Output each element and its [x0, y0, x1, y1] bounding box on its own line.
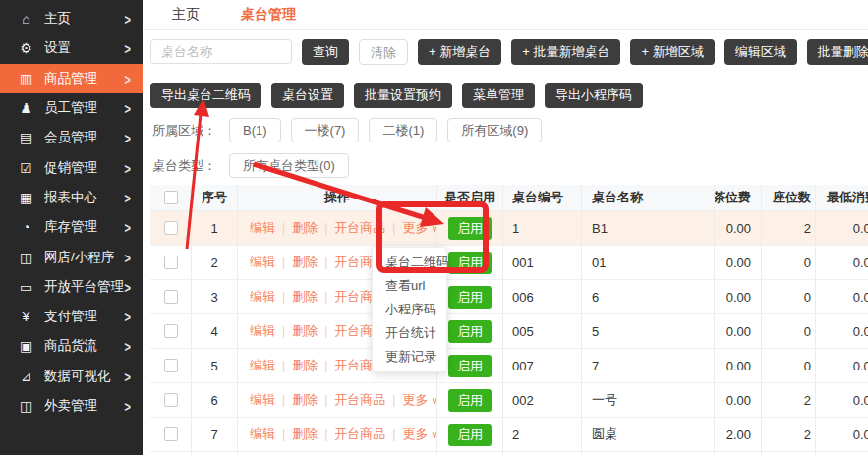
delete-link[interactable]: 删除: [292, 254, 318, 271]
table-name-search-input[interactable]: [150, 39, 292, 64]
delete-link[interactable]: 删除: [292, 357, 318, 374]
area-option-chip[interactable]: 二楼(1): [369, 118, 437, 142]
more-link[interactable]: 更多∨: [402, 219, 437, 237]
seats-cell: 0: [762, 280, 816, 313]
sidebar-item[interactable]: ▥ 商品管理 >: [0, 64, 143, 93]
row-actions: 编辑| 删除| 开台商品| 更多∨: [238, 211, 437, 245]
edit-link[interactable]: 编辑: [250, 219, 275, 237]
dropdown-menu-item[interactable]: 开台统计: [373, 321, 446, 345]
toolbar-button[interactable]: 编辑区域: [724, 39, 797, 65]
enable-button[interactable]: 启用: [448, 286, 492, 309]
edit-link[interactable]: 编辑: [250, 322, 275, 340]
edit-link[interactable]: 编辑: [250, 254, 275, 271]
area-filter-row: 所属区域： B(1)一楼(7)二楼(1)所有区域(9): [152, 118, 542, 142]
area-option-chip[interactable]: 一楼(7): [291, 118, 360, 142]
header-index: 序号: [192, 185, 238, 210]
tables-data-table: 序号 操作 是否启用 桌台编号 桌台名称 茶位费 座位数 最低消费 1 编辑| …: [150, 185, 868, 455]
promo-check-icon: ☑: [18, 160, 34, 176]
row-checkbox[interactable]: [164, 256, 178, 269]
toolbar-button[interactable]: 导出小程序码: [545, 83, 643, 108]
sidebar-item[interactable]: ¥ 支付管理 >: [0, 302, 143, 331]
delete-link[interactable]: 删除: [292, 426, 318, 443]
enable-button[interactable]: 启用: [448, 217, 492, 240]
area-option-chip[interactable]: B(1): [229, 118, 281, 142]
row-checkbox[interactable]: [164, 324, 178, 338]
sidebar-item[interactable]: ◫ 网店/小程序 >: [0, 242, 143, 271]
enable-button[interactable]: 启用: [448, 320, 492, 343]
table-name-cell: 6: [582, 280, 715, 313]
takeout-shop-icon: ◫: [18, 398, 34, 414]
open-table-goods-link[interactable]: 开台商品: [334, 391, 385, 409]
sidebar-item[interactable]: ⌂ 主页 >: [0, 4, 143, 33]
tab-bar: 主页桌台管理: [143, 0, 868, 30]
page-tab[interactable]: 主页: [172, 6, 200, 24]
toolbar-button[interactable]: + 批量新增桌台: [511, 39, 620, 65]
edit-link[interactable]: 编辑: [250, 288, 275, 306]
open-table-goods-link[interactable]: 开台商品: [334, 426, 385, 443]
tea-fee-cell: 0.00: [715, 349, 762, 382]
row-checkbox[interactable]: [164, 359, 178, 372]
enable-button[interactable]: 启用: [448, 389, 492, 412]
sidebar-item[interactable]: ⊿ 数据可视化 >: [0, 362, 143, 391]
sidebar-item[interactable]: ◔ 库存管理 >: [0, 212, 143, 242]
toolbar-button[interactable]: 查询: [302, 39, 349, 65]
sidebar-item[interactable]: ◫ 外卖管理 >: [0, 391, 143, 421]
sidebar-item-label: 商品货流: [44, 337, 125, 355]
sidebar-item[interactable]: ☑ 促销管理 >: [0, 152, 143, 182]
chevron-right-icon: >: [125, 398, 131, 415]
edit-link[interactable]: 编辑: [250, 426, 275, 443]
toolbar-button[interactable]: 批量设置预约: [354, 83, 452, 108]
toolbar-button[interactable]: + 新增桌台: [418, 39, 501, 65]
dropdown-menu-item[interactable]: 查看url: [373, 274, 446, 298]
tea-fee-cell: 0.00: [715, 280, 762, 313]
toolbar-button[interactable]: 清除: [359, 39, 408, 65]
row-checkbox[interactable]: [164, 221, 178, 235]
caret-down-icon: ∨: [431, 429, 437, 440]
sidebar-item[interactable]: ▤ 会员管理 >: [0, 123, 143, 152]
table-code-cell: 007: [503, 349, 582, 382]
toolbar-button[interactable]: 桌台设置: [271, 83, 344, 108]
chevron-right-icon: >: [125, 309, 131, 325]
select-all-checkbox[interactable]: [164, 191, 178, 204]
delete-link[interactable]: 删除: [292, 322, 318, 340]
row-checkbox[interactable]: [164, 427, 178, 441]
sidebar-item-label: 主页: [44, 10, 125, 28]
sidebar-item[interactable]: ▭ 开放平台管理 >: [0, 272, 143, 302]
dropdown-menu-item[interactable]: 小程序码: [373, 298, 446, 321]
toolbar-button[interactable]: 导出桌台二维码: [150, 83, 261, 108]
delete-link[interactable]: 删除: [292, 219, 318, 237]
divider: |: [324, 290, 327, 304]
row-checkbox[interactable]: [164, 393, 178, 407]
toolbar-button[interactable]: + 新增区域: [630, 39, 714, 65]
delete-link[interactable]: 删除: [292, 391, 318, 409]
toolbar-button[interactable]: 菜单管理: [462, 83, 535, 108]
more-link[interactable]: 更多∨: [402, 391, 437, 409]
enable-button[interactable]: 启用: [448, 424, 492, 446]
sidebar-item[interactable]: ⚙ 设置 >: [0, 33, 143, 63]
enable-button[interactable]: 启用: [448, 355, 492, 377]
row-checkbox[interactable]: [164, 290, 178, 304]
dropdown-menu-item[interactable]: 更新记录: [373, 345, 446, 369]
edit-link[interactable]: 编辑: [250, 357, 275, 374]
sidebar-item[interactable]: ♟ 员工管理 >: [0, 93, 143, 123]
dropdown-menu-item[interactable]: 桌台二维码: [373, 251, 446, 274]
chevron-right-icon: >: [125, 100, 131, 117]
enable-button[interactable]: 启用: [448, 252, 492, 274]
delete-link[interactable]: 删除: [292, 288, 318, 306]
edit-link[interactable]: 编辑: [250, 391, 275, 409]
area-option-chip[interactable]: 所有区域(9): [447, 118, 542, 142]
table-code-cell: 1: [503, 211, 582, 245]
table-row: 7 编辑| 删除| 开台商品| 更多∨ 启用 2 圆桌 2.00 2 0.00: [150, 418, 868, 452]
type-option-chip[interactable]: 所有桌台类型(0): [229, 153, 349, 178]
divider: |: [392, 221, 395, 235]
sidebar-item[interactable]: ▦ 报表中心 >: [0, 183, 143, 212]
open-table-goods-link[interactable]: 开台商品: [334, 219, 385, 237]
sidebar-item[interactable]: ▣ 商品货流 >: [0, 331, 143, 361]
row-index: 3: [192, 280, 238, 313]
more-link[interactable]: 更多∨: [402, 426, 437, 443]
toolbar-button[interactable]: 批量删除: [807, 39, 868, 65]
page-tab[interactable]: 桌台管理: [241, 6, 296, 24]
min-spend-cell: 0.00: [816, 418, 868, 451]
min-spend-cell: 0.00: [816, 246, 868, 279]
divider: |: [282, 427, 285, 441]
